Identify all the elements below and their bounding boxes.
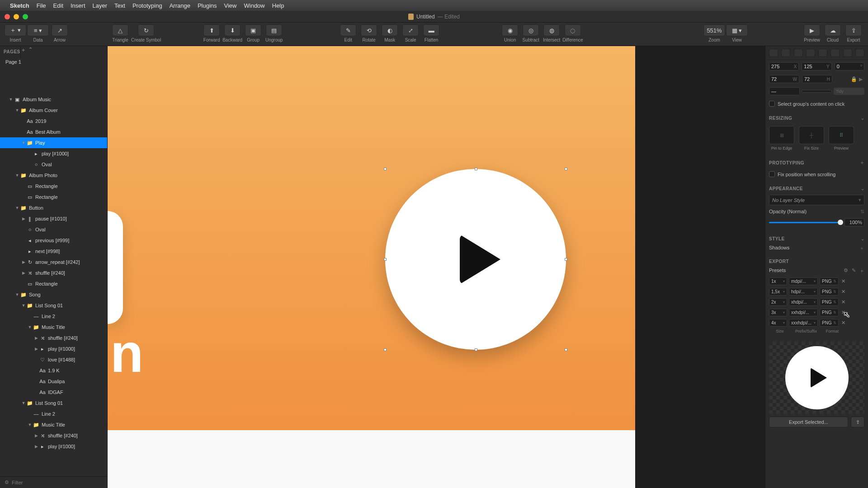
- opacity-slider[interactable]: [769, 222, 842, 223]
- app-name[interactable]: Sketch: [10, 2, 29, 9]
- chevron-down-icon[interactable]: ⌄: [861, 116, 865, 121]
- distribute-v-button[interactable]: [855, 49, 864, 57]
- zoom-field[interactable]: 551%: [703, 24, 725, 36]
- layer-row[interactable]: ▼📁Song: [0, 289, 107, 300]
- remove-preset-icon[interactable]: ✕: [840, 320, 846, 326]
- width-field[interactable]: 72W: [769, 75, 799, 83]
- add-prototype-icon[interactable]: ＋: [860, 160, 865, 166]
- view-button[interactable]: ▦ ▾: [726, 24, 748, 36]
- selection-handle[interactable]: [475, 348, 477, 351]
- filter-input[interactable]: Filter: [12, 480, 23, 485]
- layer-row[interactable]: AaIDGAF: [0, 387, 107, 398]
- layer-row[interactable]: ▼📁Album Cover: [0, 105, 107, 116]
- preset-prefix-field[interactable]: xhdpi/...▾: [789, 298, 818, 306]
- layer-row[interactable]: ▼📁Album Photo: [0, 170, 107, 181]
- cloud-button[interactable]: ☁: [825, 24, 841, 36]
- selection-handle[interactable]: [565, 168, 567, 170]
- window-minimize-button[interactable]: [14, 14, 19, 19]
- layer-row[interactable]: ▼📁Play: [0, 137, 107, 148]
- menu-plugins[interactable]: Plugins: [198, 2, 217, 9]
- fix-position-checkbox[interactable]: [769, 171, 775, 177]
- forward-button[interactable]: ⬆: [203, 24, 220, 36]
- layer-row[interactable]: ▼📁Music Title: [0, 322, 107, 333]
- layer-row[interactable]: ▶‖pause [#1010]: [0, 213, 107, 224]
- create-symbol-button[interactable]: ↻: [138, 24, 154, 36]
- layer-row[interactable]: ▼📁Music Title: [0, 419, 107, 430]
- opacity-stepper-icon[interactable]: ⇅: [860, 209, 864, 215]
- add-page-icon[interactable]: ＋: [21, 47, 26, 53]
- radius-field[interactable]: —: [769, 87, 800, 95]
- backward-button[interactable]: ⬇: [224, 24, 241, 36]
- align-center-v-button[interactable]: [818, 49, 827, 57]
- selection-handle[interactable]: [565, 258, 567, 261]
- remove-preset-icon[interactable]: ✕: [840, 278, 846, 284]
- layer-row[interactable]: ▼📁Button: [0, 202, 107, 213]
- layer-style-select[interactable]: No Layer Style▾: [769, 195, 864, 205]
- remove-preset-icon[interactable]: ✕: [840, 299, 846, 305]
- presets-settings-icon[interactable]: ⚙: [844, 267, 848, 274]
- preview-button[interactable]: ▶: [804, 24, 820, 36]
- scale-button[interactable]: ⤢: [402, 24, 419, 36]
- selection-handle[interactable]: [475, 168, 477, 170]
- align-right-button[interactable]: [794, 49, 803, 57]
- preset-prefix-field[interactable]: hdpi/...▾: [789, 288, 818, 296]
- layer-row[interactable]: ▸play [#1000]: [0, 148, 107, 159]
- menu-file[interactable]: File: [37, 2, 46, 9]
- collapse-pages-icon[interactable]: ⌃: [28, 47, 33, 53]
- menu-window[interactable]: Window: [244, 2, 265, 9]
- layer-row[interactable]: Aa1.9 K: [0, 365, 107, 376]
- x-field[interactable]: 275X: [769, 62, 799, 70]
- menu-layer[interactable]: Layer: [93, 2, 108, 9]
- preset-format-field[interactable]: PNG⇅: [820, 298, 839, 306]
- data-button[interactable]: ≡ ▾: [27, 24, 49, 36]
- layer-row[interactable]: ▭Rectangle: [0, 181, 107, 192]
- layer-row[interactable]: ▭Rectangle: [0, 192, 107, 202]
- align-left-button[interactable]: [769, 49, 778, 57]
- layer-row[interactable]: ▼📁List Song 01: [0, 300, 107, 311]
- selection-handle[interactable]: [384, 258, 387, 261]
- flatten-button[interactable]: ▬: [423, 24, 439, 36]
- fix-size-control[interactable]: ┼: [799, 126, 824, 144]
- menu-prototyping[interactable]: Prototyping: [132, 2, 162, 9]
- tidy-button[interactable]: Tidy: [834, 88, 864, 95]
- layer-row[interactable]: ◂previous [#999]: [0, 235, 107, 246]
- layer-row[interactable]: ▼📁List Song 01: [0, 398, 107, 408]
- preset-prefix-field[interactable]: xxhdpi/...▾: [789, 309, 818, 316]
- layer-row[interactable]: ▸next [#998]: [0, 246, 107, 257]
- preset-format-field[interactable]: PNG⇅: [820, 319, 839, 327]
- preset-size-field[interactable]: 2x▾: [769, 298, 787, 306]
- align-bottom-button[interactable]: [830, 49, 840, 57]
- menu-arrange[interactable]: Arrange: [170, 2, 190, 9]
- page-row[interactable]: Page 1: [0, 57, 107, 67]
- preset-size-field[interactable]: 3x▾: [769, 309, 787, 316]
- ungroup-button[interactable]: ▤: [266, 24, 282, 36]
- distribute-h-button[interactable]: [843, 49, 852, 57]
- height-field[interactable]: 72H: [802, 75, 832, 83]
- layer-row[interactable]: —Line 2: [0, 408, 107, 419]
- window-zoom-button[interactable]: [23, 14, 28, 19]
- radius-field-2[interactable]: [802, 90, 832, 93]
- layer-row[interactable]: ▶▸play [#1000]: [0, 441, 107, 452]
- mask-button[interactable]: ◐: [382, 24, 398, 36]
- triangle-tool-button[interactable]: △: [112, 24, 128, 36]
- preset-format-field[interactable]: PNG⇅: [820, 309, 839, 316]
- play-button-circle[interactable]: [385, 169, 566, 350]
- selection-handle[interactable]: [384, 168, 387, 170]
- menu-view[interactable]: View: [224, 2, 237, 9]
- chevron-down-icon[interactable]: ⌄: [861, 186, 865, 191]
- align-top-button[interactable]: [806, 49, 815, 57]
- export-selected-button[interactable]: Export Selected...: [769, 417, 848, 427]
- export-dropdown-button[interactable]: ⇪: [851, 417, 864, 427]
- flip-h-icon[interactable]: ▶: [859, 76, 863, 82]
- menu-edit[interactable]: Edit: [53, 2, 63, 9]
- rotate-button[interactable]: ⟲: [361, 24, 377, 36]
- layer-row[interactable]: ▶↻arrow_repeat [#242]: [0, 257, 107, 267]
- selection-handle[interactable]: [384, 348, 387, 351]
- layer-row[interactable]: ▶⤨shuffle [#240]: [0, 430, 107, 441]
- selection-handle[interactable]: [565, 348, 567, 351]
- layer-row[interactable]: ○Oval: [0, 159, 107, 170]
- add-preset-icon[interactable]: ＋: [859, 267, 864, 274]
- preset-size-field[interactable]: 1x▾: [769, 277, 787, 285]
- group-button[interactable]: ▣: [245, 24, 261, 36]
- remove-preset-icon[interactable]: ✕: [840, 310, 846, 315]
